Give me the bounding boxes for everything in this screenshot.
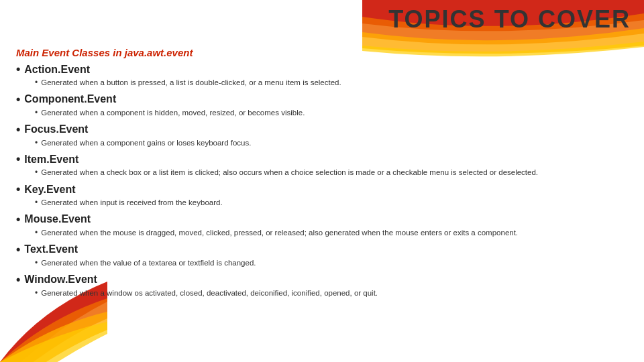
events-list: •Action.Event•Generated when a button is… <box>16 62 631 298</box>
bullet-main-3: • <box>16 152 20 166</box>
event-desc-7: •Generated when a window os activated, c… <box>35 288 631 299</box>
event-desc-0: •Generated when a button is pressed, a l… <box>35 77 631 88</box>
event-desc-2: •Generated when a component gains or los… <box>35 137 631 149</box>
event-desc-4: •Generated when input is received from t… <box>35 197 631 208</box>
event-item-2: •Focus.Event•Generated when a component … <box>16 123 631 149</box>
event-name-0: •Action.Event <box>16 62 631 76</box>
event-name-1: •Component.Event <box>16 93 631 107</box>
page-title: TOPICS TO COVER <box>388 5 631 33</box>
event-name-2: •Focus.Event <box>16 123 631 137</box>
bullet-sub-5: • <box>35 227 38 239</box>
event-item-6: •Text.Event•Generated when the value of … <box>16 243 631 269</box>
event-item-7: •Window.Event•Generated when a window os… <box>16 273 631 299</box>
section-heading: Main Event Classes in java.awt.event <box>16 47 631 58</box>
event-label-7: Window.Event <box>24 274 97 286</box>
event-name-7: •Window.Event <box>16 273 631 287</box>
event-label-5: Mouse.Event <box>24 213 91 225</box>
content-area: Main Event Classes in java.awt.event •Ac… <box>16 47 631 302</box>
event-name-5: •Mouse.Event <box>16 213 631 227</box>
bullet-main-0: • <box>16 62 20 76</box>
bullet-sub-7: • <box>35 288 38 299</box>
bullet-main-5: • <box>16 213 20 227</box>
bullet-sub-2: • <box>35 137 38 149</box>
bullet-sub-6: • <box>35 257 38 269</box>
event-label-1: Component.Event <box>24 93 116 105</box>
event-name-6: •Text.Event <box>16 243 631 257</box>
event-item-1: •Component.Event•Generated when a compon… <box>16 93 631 119</box>
desc-text-3: Generated when a check box or a list ite… <box>41 167 631 178</box>
bullet-main-4: • <box>16 182 20 196</box>
event-name-4: •Key.Event <box>16 182 631 196</box>
desc-text-1: Generated when a component is hidden, mo… <box>41 107 631 118</box>
bullet-sub-3: • <box>35 167 38 178</box>
desc-text-0: Generated when a button is pressed, a li… <box>41 77 631 88</box>
event-item-3: •Item.Event•Generated when a check box o… <box>16 152 631 178</box>
event-item-4: •Key.Event•Generated when input is recei… <box>16 182 631 208</box>
bullet-main-1: • <box>16 93 20 107</box>
bullet-sub-1: • <box>35 107 38 119</box>
event-item-0: •Action.Event•Generated when a button is… <box>16 62 631 88</box>
desc-text-2: Generated when a component gains or lose… <box>41 137 631 148</box>
event-desc-5: •Generated when the mouse is dragged, mo… <box>35 227 631 239</box>
event-desc-1: •Generated when a component is hidden, m… <box>35 107 631 119</box>
bullet-main-6: • <box>16 243 20 257</box>
desc-text-7: Generated when a window os activated, cl… <box>41 288 631 298</box>
bullet-main-7: • <box>16 273 20 287</box>
event-desc-6: •Generated when the value of a textarea … <box>35 257 631 269</box>
desc-text-6: Generated when the value of a textarea o… <box>41 257 631 268</box>
event-label-3: Item.Event <box>24 154 78 166</box>
event-desc-3: •Generated when a check box or a list it… <box>35 167 631 178</box>
bullet-sub-4: • <box>35 197 38 208</box>
event-label-4: Key.Event <box>24 184 75 196</box>
desc-text-5: Generated when the mouse is dragged, mov… <box>41 227 631 238</box>
bullet-main-2: • <box>16 123 20 137</box>
event-label-2: Focus.Event <box>24 123 88 135</box>
bullet-sub-0: • <box>35 77 38 88</box>
event-label-0: Action.Event <box>24 64 90 76</box>
event-item-5: •Mouse.Event•Generated when the mouse is… <box>16 213 631 239</box>
desc-text-4: Generated when input is received from th… <box>41 197 631 208</box>
slide: TOPICS TO COVER Main Event Classes in ja… <box>0 0 644 362</box>
title-area: TOPICS TO COVER <box>388 5 631 34</box>
event-name-3: •Item.Event <box>16 152 631 166</box>
event-label-6: Text.Event <box>24 243 78 255</box>
